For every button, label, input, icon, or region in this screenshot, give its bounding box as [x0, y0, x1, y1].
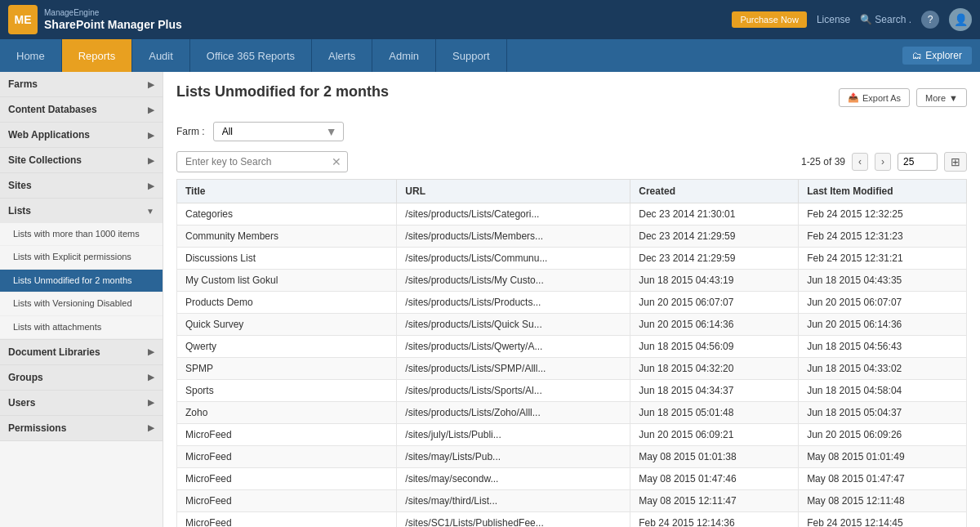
sidebar-farms-label: Farms: [8, 78, 38, 90]
explorer-button[interactable]: 🗂 Explorer: [902, 47, 972, 65]
table-row[interactable]: Products Demo/sites/products/Lists/Produ…: [177, 292, 967, 314]
sidebar-content-databases-header[interactable]: Content Databases ▶: [0, 97, 163, 122]
export-icon: 📤: [848, 92, 859, 103]
col-url[interactable]: URL: [397, 180, 630, 203]
prev-page-button[interactable]: ‹: [852, 153, 868, 171]
sidebar-farms-header[interactable]: Farms ▶: [0, 72, 163, 96]
sidebar-item-lists-more-1000[interactable]: Lists with more than 1000 items: [0, 223, 163, 246]
per-page-select[interactable]: 25 50 100: [898, 153, 938, 171]
sidebar-item-lists-unmodified[interactable]: Lists Unmodified for 2 months: [0, 270, 163, 293]
sidebar-document-libraries-header[interactable]: Document Libraries ▶: [0, 340, 163, 364]
nav-home[interactable]: Home: [0, 39, 62, 72]
license-button[interactable]: License: [817, 14, 850, 25]
col-created[interactable]: Created: [630, 180, 799, 203]
nav-office365[interactable]: Office 365 Reports: [190, 39, 312, 72]
table-row[interactable]: SPMP/sites/products/Lists/SPMP/Alll...Ju…: [177, 358, 967, 380]
sidebar-web-applications-header[interactable]: Web Applications ▶: [0, 123, 163, 147]
table-row[interactable]: Community Members/sites/products/Lists/M…: [177, 226, 967, 248]
table-row[interactable]: Qwerty/sites/products/Lists/Qwerty/A...J…: [177, 336, 967, 358]
table-row[interactable]: MicroFeed/sites/may/secondw...May 08 201…: [177, 468, 967, 490]
sidebar-item-lists-explicit[interactable]: Lists with Explicit permissions: [0, 246, 163, 269]
nav-support-label: Support: [452, 50, 490, 62]
table-row[interactable]: Sports/sites/products/Lists/Sports/Al...…: [177, 380, 967, 402]
sidebar-section-lists: Lists ▼ Lists with more than 1000 items …: [0, 199, 163, 340]
nav-home-label: Home: [16, 50, 45, 62]
cell-created: May 08 2015 12:11:47: [630, 490, 799, 512]
sidebar-lists-label: Lists: [8, 205, 31, 217]
cell-url: /sites/products/Lists/Sports/Al...: [397, 380, 630, 402]
sidebar-lists-more-1000-label: Lists with more than 1000 items: [13, 229, 140, 239]
cell-modified: Feb 24 2015 12:31:23: [799, 226, 967, 248]
search-input[interactable]: [176, 151, 348, 172]
sidebar-section-content-databases: Content Databases ▶: [0, 97, 163, 123]
nav-support[interactable]: Support: [436, 39, 507, 72]
table-row[interactable]: Zoho/sites/products/Lists/Zoho/Alll...Ju…: [177, 402, 967, 424]
sidebar-sites-header[interactable]: Sites ▶: [0, 173, 163, 198]
col-title[interactable]: Title: [177, 180, 397, 203]
table-row[interactable]: MicroFeed/sites/SC1/Lists/PublishedFee..…: [177, 512, 967, 528]
search-icon: 🔍: [860, 14, 872, 25]
table-row[interactable]: Categories/sites/products/Lists/Categori…: [177, 203, 967, 226]
cell-title: Quick Survey: [177, 314, 397, 336]
cell-url: /sites/products/Lists/Categori...: [397, 203, 630, 226]
cell-created: Jun 18 2015 05:01:48: [630, 402, 799, 424]
farm-select[interactable]: All Farm1 Farm2: [213, 122, 344, 141]
cell-modified: May 08 2015 12:11:48: [799, 490, 967, 512]
col-modified[interactable]: Last Item Modified: [799, 180, 967, 203]
cell-created: Jun 18 2015 04:43:19: [630, 270, 799, 292]
cell-title: My Custom list Gokul: [177, 270, 397, 292]
nav-reports-label: Reports: [78, 50, 116, 62]
sidebar-groups-arrow: ▶: [148, 373, 154, 382]
table-row[interactable]: My Custom list Gokul/sites/products/List…: [177, 270, 967, 292]
sidebar-section-groups: Groups ▶: [0, 365, 163, 391]
cell-created: Jun 20 2015 06:07:07: [630, 292, 799, 314]
table-row[interactable]: MicroFeed/sites/may/third/List...May 08 …: [177, 490, 967, 512]
sidebar-item-lists-attachments[interactable]: Lists with attachments: [0, 316, 163, 339]
table-row[interactable]: Quick Survey/sites/products/Lists/Quick …: [177, 314, 967, 336]
more-button[interactable]: More ▼: [916, 88, 967, 107]
next-page-button[interactable]: ›: [875, 153, 891, 171]
export-button[interactable]: 📤 Export As: [839, 88, 910, 107]
cell-title: Discussions List: [177, 248, 397, 270]
more-arrow-icon: ▼: [949, 93, 958, 103]
farm-label: Farm :: [176, 126, 205, 137]
sidebar-web-applications-label: Web Applications: [8, 129, 90, 141]
cell-created: Jun 20 2015 06:09:21: [630, 424, 799, 446]
sidebar-permissions-header[interactable]: Permissions ▶: [0, 416, 163, 440]
cell-modified: Feb 24 2015 12:32:25: [799, 203, 967, 226]
brand-name: ManageEngine: [44, 8, 182, 18]
sidebar-groups-header[interactable]: Groups ▶: [0, 365, 163, 390]
sidebar-site-collections-arrow: ▶: [148, 156, 154, 165]
cell-created: Jun 18 2015 04:56:09: [630, 336, 799, 358]
page-title: Lists Unmodified for 2 months: [176, 83, 389, 100]
sidebar-lists-header[interactable]: Lists ▼: [0, 199, 163, 223]
search-clear-icon[interactable]: ✕: [332, 155, 341, 168]
table-header-row: Title URL Created Last Item Modified: [177, 180, 967, 203]
search-button[interactable]: 🔍 Search .: [860, 14, 911, 25]
sidebar-site-collections-header[interactable]: Site Collections ▶: [0, 148, 163, 172]
nav-alerts[interactable]: Alerts: [312, 39, 372, 72]
user-button[interactable]: 👤: [949, 8, 972, 31]
cell-modified: Jun 20 2015 06:14:36: [799, 314, 967, 336]
nav-reports[interactable]: Reports: [62, 39, 133, 72]
cell-modified: Jun 18 2015 04:33:02: [799, 358, 967, 380]
cell-modified: Jun 20 2015 06:07:07: [799, 292, 967, 314]
help-button[interactable]: ?: [921, 11, 939, 29]
more-label: More: [925, 93, 946, 103]
nav-audit[interactable]: Audit: [132, 39, 190, 72]
table-row[interactable]: MicroFeed/sites/may/Lists/Pub...May 08 2…: [177, 446, 967, 468]
cell-created: Jun 20 2015 06:14:36: [630, 314, 799, 336]
cell-url: /sites/products/Lists/Communu...: [397, 248, 630, 270]
prev-page-icon: ‹: [858, 156, 862, 167]
table-row[interactable]: MicroFeed/sites/july/Lists/Publi...Jun 2…: [177, 424, 967, 446]
purchase-button[interactable]: Purchase Now: [732, 11, 807, 28]
view-toggle-button[interactable]: ⊞: [944, 152, 967, 172]
nav-admin[interactable]: Admin: [372, 39, 436, 72]
table-row[interactable]: Discussions List/sites/products/Lists/Co…: [177, 248, 967, 270]
user-icon: 👤: [954, 13, 968, 26]
cell-modified: Feb 24 2015 12:31:21: [799, 248, 967, 270]
sidebar-item-lists-versioning[interactable]: Lists with Versioning Disabled: [0, 293, 163, 315]
sidebar-document-libraries-label: Document Libraries: [8, 346, 100, 358]
sidebar-users-header[interactable]: Users ▶: [0, 391, 163, 415]
sidebar-section-document-libraries: Document Libraries ▶: [0, 340, 163, 365]
